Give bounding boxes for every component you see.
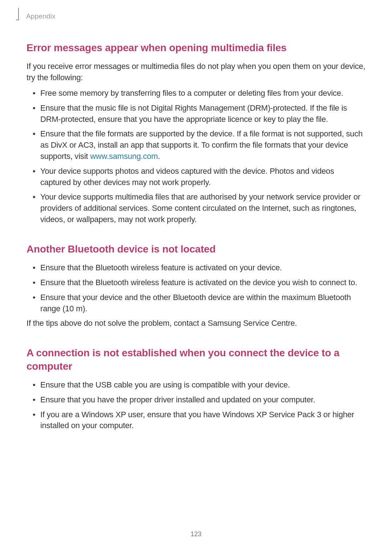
- page-number: 123: [0, 530, 392, 538]
- list-multimedia: Free some memory by transferring files t…: [26, 88, 366, 225]
- list-item: If you are a Windows XP user, ensure tha…: [26, 409, 366, 432]
- list-item: Ensure that the Bluetooth wireless featu…: [26, 262, 366, 274]
- list-item: Ensure that the music file is not Digita…: [26, 103, 366, 125]
- section-connection: A connection is not established when you…: [26, 346, 366, 431]
- heading-bluetooth: Another Bluetooth device is not located: [26, 243, 366, 256]
- list-item: Ensure that the file formats are support…: [26, 128, 366, 162]
- page-content: Appendix Error messages appear when open…: [0, 0, 392, 431]
- list-item: Ensure that the USB cable you are using …: [26, 379, 366, 391]
- intro-multimedia: If you receive error messages or multime…: [26, 61, 366, 83]
- samsung-link[interactable]: www.samsung.com: [90, 152, 158, 161]
- outro-bluetooth: If the tips above do not solve the probl…: [26, 318, 366, 329]
- list-item-text: Ensure that the file formats are support…: [40, 129, 363, 161]
- list-item: Your device supports photos and videos c…: [26, 166, 366, 188]
- list-item: Free some memory by transferring files t…: [26, 88, 366, 99]
- list-item: Ensure that the Bluetooth wireless featu…: [26, 277, 366, 288]
- list-connection: Ensure that the USB cable you are using …: [26, 379, 366, 431]
- heading-multimedia: Error messages appear when opening multi…: [26, 41, 366, 54]
- list-item: Ensure that your device and the other Bl…: [26, 292, 366, 315]
- header-label: Appendix: [26, 12, 366, 20]
- list-bluetooth: Ensure that the Bluetooth wireless featu…: [26, 262, 366, 314]
- list-item: Ensure that you have the proper driver i…: [26, 394, 366, 406]
- header-marker-tick: [16, 20, 19, 20]
- list-item: Your device supports multimedia files th…: [26, 192, 366, 225]
- list-item-text: .: [158, 152, 160, 161]
- section-bluetooth: Another Bluetooth device is not located …: [26, 243, 366, 329]
- header-marker-line: [18, 8, 19, 20]
- heading-connection: A connection is not established when you…: [26, 346, 366, 373]
- section-multimedia: Error messages appear when opening multi…: [26, 41, 366, 225]
